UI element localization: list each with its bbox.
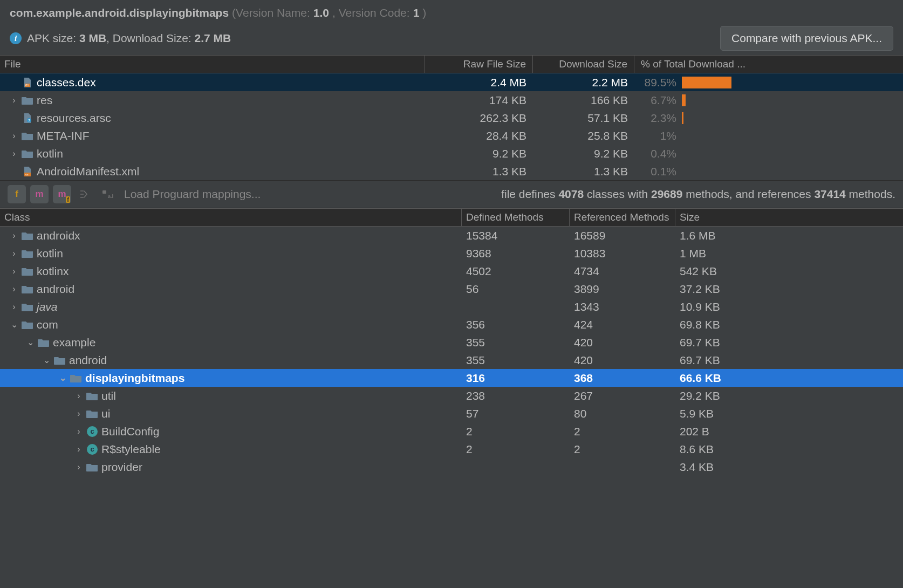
file-row[interactable]: ›kotlin9.2 KB9.2 KB0.4% bbox=[0, 145, 903, 162]
file-dl-size: 9.2 KB bbox=[533, 147, 634, 160]
class-referenced-methods: 420 bbox=[570, 336, 675, 349]
version-code: 1 bbox=[413, 6, 420, 19]
package-icon bbox=[86, 462, 98, 473]
file-dl-size: 57.1 KB bbox=[533, 112, 634, 125]
class-row[interactable]: ›cBuildConfig22202 B bbox=[0, 422, 903, 440]
class-size: 29.2 KB bbox=[675, 389, 903, 402]
file-row[interactable]: ›?resources.arsc262.3 KB57.1 KB2.3% bbox=[0, 109, 903, 127]
file-header-file[interactable]: File bbox=[0, 56, 425, 73]
class-referenced-methods: 10383 bbox=[570, 247, 675, 260]
file-raw-size: 174 KB bbox=[425, 94, 533, 107]
chevron-icon[interactable]: › bbox=[10, 249, 18, 258]
load-proguard-link[interactable]: Load Proguard mappings... bbox=[124, 188, 261, 201]
tree-expand-button[interactable] bbox=[76, 185, 94, 203]
file-pct-num: 2.3% bbox=[639, 112, 676, 125]
chevron-icon[interactable]: › bbox=[74, 409, 83, 419]
chevron-icon[interactable]: ⌄ bbox=[10, 319, 18, 330]
apk-size-label: APK size: bbox=[27, 32, 79, 44]
class-referenced-methods: 368 bbox=[570, 372, 675, 385]
title-row: com.example.android.displayingbitmaps (V… bbox=[10, 6, 893, 19]
compare-apk-button[interactable]: Compare with previous APK... bbox=[720, 26, 893, 51]
chevron-icon[interactable]: › bbox=[74, 445, 83, 454]
file-name: res bbox=[37, 94, 52, 107]
class-referenced-methods: 2 bbox=[570, 425, 675, 438]
file-header-pct[interactable]: % of Total Download ... bbox=[634, 56, 903, 73]
chevron-icon[interactable]: › bbox=[10, 149, 18, 159]
class-name: android bbox=[37, 283, 74, 296]
chevron-icon[interactable]: › bbox=[10, 284, 18, 294]
chevron-icon[interactable]: › bbox=[10, 302, 18, 312]
abbrev-toggle-button[interactable]: a.b bbox=[98, 185, 117, 203]
svg-rect-6 bbox=[102, 190, 106, 194]
class-row[interactable]: ›util23826729.2 KB bbox=[0, 387, 903, 405]
class-referenced-methods: 420 bbox=[570, 354, 675, 367]
version-open: (Version Name: bbox=[232, 6, 310, 19]
chevron-icon[interactable]: ⌄ bbox=[42, 355, 51, 365]
class-name: R$styleable bbox=[101, 443, 161, 456]
class-row[interactable]: ⌄android35542069.7 KB bbox=[0, 351, 903, 369]
class-size: 3.4 KB bbox=[675, 461, 903, 474]
class-row[interactable]: ⌄com35642469.8 KB bbox=[0, 316, 903, 333]
svg-text:?: ? bbox=[28, 119, 30, 122]
chevron-icon[interactable]: › bbox=[74, 391, 83, 401]
file-name: META-INF bbox=[37, 129, 90, 142]
folder-icon bbox=[22, 95, 33, 106]
class-header-size[interactable]: Size bbox=[675, 209, 903, 226]
file-header-raw[interactable]: Raw File Size bbox=[425, 56, 533, 73]
class-row[interactable]: ›android56389937.2 KB bbox=[0, 280, 903, 298]
file-row[interactable]: ›<>AndroidManifest.xml1.3 KB1.3 KB0.1% bbox=[0, 162, 903, 180]
class-row[interactable]: ›kotlinx45024734542 KB bbox=[0, 262, 903, 280]
class-defined-methods: 356 bbox=[462, 318, 570, 331]
filter-method-fields-button[interactable]: mf bbox=[53, 185, 71, 203]
class-row[interactable]: ›kotlin9368103831 MB bbox=[0, 244, 903, 262]
apk-header: com.example.android.displayingbitmaps (V… bbox=[0, 0, 903, 55]
class-defined-methods: 355 bbox=[462, 354, 570, 367]
class-name: ui bbox=[101, 407, 110, 420]
class-row[interactable]: ⌄displayingbitmaps31636866.6 KB bbox=[0, 369, 903, 387]
file-pct-bar bbox=[682, 112, 731, 124]
chevron-icon[interactable]: ⌄ bbox=[58, 373, 67, 383]
filter-methods-button[interactable]: m bbox=[30, 185, 49, 203]
file-row[interactable]: ›META-INF28.4 KB25.8 KB1% bbox=[0, 127, 903, 145]
class-row[interactable]: ›provider3.4 KB bbox=[0, 458, 903, 476]
class-row[interactable]: ⌄example35542069.7 KB bbox=[0, 333, 903, 351]
class-header-ref[interactable]: Referenced Methods bbox=[570, 209, 675, 226]
version-code-label: , Version Code: bbox=[332, 6, 410, 19]
chevron-icon[interactable]: › bbox=[74, 462, 83, 472]
file-row[interactable]: ›res174 KB166 KB6.7% bbox=[0, 91, 903, 109]
file-raw-size: 1.3 KB bbox=[425, 165, 533, 178]
class-defined-methods: 2 bbox=[462, 425, 570, 438]
chevron-icon[interactable]: › bbox=[10, 231, 18, 241]
file-dl-size: 2.2 MB bbox=[533, 76, 634, 89]
class-size: 66.6 KB bbox=[675, 372, 903, 385]
class-header-class[interactable]: Class bbox=[0, 209, 462, 226]
class-name: example bbox=[53, 336, 95, 349]
class-row[interactable]: ›java134310.9 KB bbox=[0, 298, 903, 316]
class-header-def[interactable]: Defined Methods bbox=[462, 209, 570, 226]
class-row[interactable]: ›ui57805.9 KB bbox=[0, 405, 903, 422]
file-name: classes.dex bbox=[37, 76, 96, 89]
class-name: androidx bbox=[37, 229, 80, 242]
chevron-icon[interactable]: › bbox=[10, 266, 18, 276]
dex-info: file defines 4078 classes with 29689 met… bbox=[501, 188, 895, 201]
chevron-icon[interactable]: › bbox=[10, 131, 18, 141]
file-row[interactable]: ›01classes.dex2.4 MB2.2 MB89.5% bbox=[0, 73, 903, 91]
chevron-icon[interactable]: › bbox=[10, 95, 18, 105]
dl-size-label: , Download Size: bbox=[106, 32, 194, 44]
class-row[interactable]: ›androidx15384165891.6 MB bbox=[0, 227, 903, 244]
class-row[interactable]: ›cR$styleable228.6 KB bbox=[0, 440, 903, 458]
class-referenced-methods: 16589 bbox=[570, 229, 675, 242]
package-icon bbox=[86, 391, 98, 401]
class-defined-methods: 4502 bbox=[462, 265, 570, 278]
filter-fields-button[interactable]: f bbox=[8, 185, 26, 203]
chevron-icon[interactable]: ⌄ bbox=[26, 337, 35, 347]
file-header-dl[interactable]: Download Size bbox=[533, 56, 634, 73]
chevron-icon[interactable]: › bbox=[74, 427, 83, 436]
class-defined-methods: 9368 bbox=[462, 247, 570, 260]
file-pct-num: 6.7% bbox=[639, 94, 676, 107]
file-name: AndroidManifest.xml bbox=[37, 165, 139, 178]
file-pct: 0.1% bbox=[634, 165, 903, 178]
file-pct-num: 0.1% bbox=[639, 165, 676, 178]
xml-file-icon: <> bbox=[22, 166, 33, 177]
class-size: 69.7 KB bbox=[675, 354, 903, 367]
